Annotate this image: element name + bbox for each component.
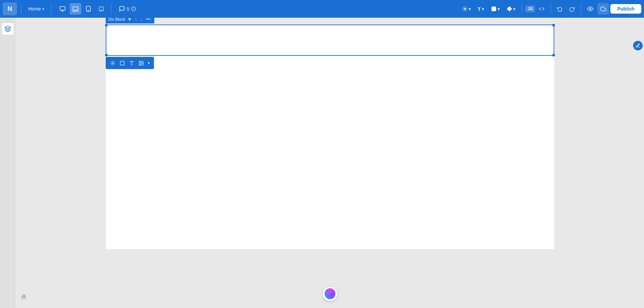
svg-rect-0: [60, 6, 65, 10]
debug-button[interactable]: [18, 292, 29, 303]
toolbar-group: ▾ T ▾ ▾ ▾ JS: [459, 3, 641, 15]
cloud-save-button[interactable]: [597, 3, 609, 15]
image-icon[interactable]: [137, 59, 146, 67]
element-toolbar-chevron[interactable]: ▾: [146, 60, 151, 66]
svg-point-11: [464, 8, 466, 10]
svg-point-5: [88, 10, 89, 11]
nav-divider-3: [111, 4, 111, 14]
home-label: Home: [28, 6, 41, 12]
text-icon[interactable]: [127, 59, 136, 67]
device-desktop-button[interactable]: [57, 3, 68, 15]
svg-rect-6: [100, 7, 104, 11]
preview-button[interactable]: [585, 3, 596, 15]
ai-assistant-button[interactable]: [323, 286, 337, 301]
undo-button[interactable]: [554, 3, 565, 14]
logo-letter: N: [8, 5, 12, 13]
publish-button[interactable]: Publish: [610, 4, 641, 14]
move-down-icon[interactable]: ↓: [139, 18, 144, 22]
svg-point-16: [112, 62, 114, 64]
move-icon[interactable]: ✥: [127, 18, 133, 22]
svg-rect-3: [73, 7, 78, 10]
shape-tool-button[interactable]: ▾: [504, 4, 518, 13]
element-toolbar: ▾: [106, 57, 154, 69]
chevron-down-icon: ▾: [498, 6, 500, 12]
device-group: [57, 3, 107, 15]
typography-tool-button[interactable]: T ▾: [475, 4, 487, 14]
nav-divider-4: [522, 4, 522, 14]
autopilot-tool-button[interactable]: ▾: [459, 4, 474, 13]
resize-handle-top-right[interactable]: [552, 24, 555, 27]
left-sidebar: [0, 18, 16, 308]
svg-point-21: [140, 62, 141, 63]
component-icon[interactable]: [108, 59, 117, 67]
redo-button[interactable]: [567, 3, 577, 14]
resize-handle-top-left[interactable]: [105, 24, 108, 27]
comments-button[interactable]: 5: [116, 4, 139, 13]
comments-count: 5: [127, 6, 129, 12]
device-tablet-button[interactable]: [83, 3, 94, 15]
main-area: Div Block ✥ ↑ ↓ •••: [0, 18, 644, 308]
svg-marker-13: [507, 6, 511, 11]
canvas-area[interactable]: Div Block ✥ ↑ ↓ •••: [16, 18, 644, 308]
nav-divider-5: [551, 4, 551, 14]
layout-tool-button[interactable]: ▾: [488, 4, 503, 13]
resize-handle-bottom-right[interactable]: [552, 54, 555, 56]
ai-assistant-area: [323, 286, 337, 301]
box-icon[interactable]: [118, 59, 127, 67]
typography-icon: T: [478, 6, 481, 12]
resize-handle-bottom-left[interactable]: [105, 54, 108, 56]
layers-sidebar-button[interactable]: [2, 23, 14, 35]
js-button[interactable]: JS: [525, 5, 535, 12]
home-dropdown[interactable]: Home ▾: [25, 5, 47, 13]
device-laptop-button[interactable]: [70, 3, 81, 15]
move-up-icon[interactable]: ↑: [134, 18, 138, 22]
div-block-label: Div Block: [108, 18, 125, 22]
device-mobile-button[interactable]: [95, 3, 107, 15]
svg-rect-12: [492, 7, 496, 11]
chevron-down-icon: ▾: [469, 6, 471, 12]
svg-point-14: [590, 8, 591, 10]
svg-rect-17: [120, 61, 124, 65]
canvas-page[interactable]: Div Block ✥ ↑ ↓ •••: [106, 25, 554, 249]
nav-divider-6: [581, 4, 581, 14]
chevron-down-icon: ▾: [482, 6, 484, 12]
div-block-toolbar: Div Block ✥ ↑ ↓ •••: [106, 18, 155, 23]
svg-point-22: [23, 295, 25, 297]
chevron-down-icon: ▾: [513, 6, 516, 12]
svg-marker-15: [5, 26, 11, 29]
debug-area: [18, 292, 29, 303]
chevron-down-icon: ▾: [42, 7, 44, 11]
nav-divider-2: [51, 4, 51, 14]
selected-div-block[interactable]: [106, 25, 554, 56]
logo-button[interactable]: N: [3, 2, 17, 15]
navbar: N Home ▾ 5 ▾: [0, 0, 644, 18]
code-button[interactable]: [536, 4, 547, 13]
nav-divider-1: [21, 4, 21, 14]
more-options-icon[interactable]: •••: [145, 18, 152, 22]
right-edit-button[interactable]: [633, 41, 643, 50]
ai-circle-gradient: [325, 288, 335, 299]
